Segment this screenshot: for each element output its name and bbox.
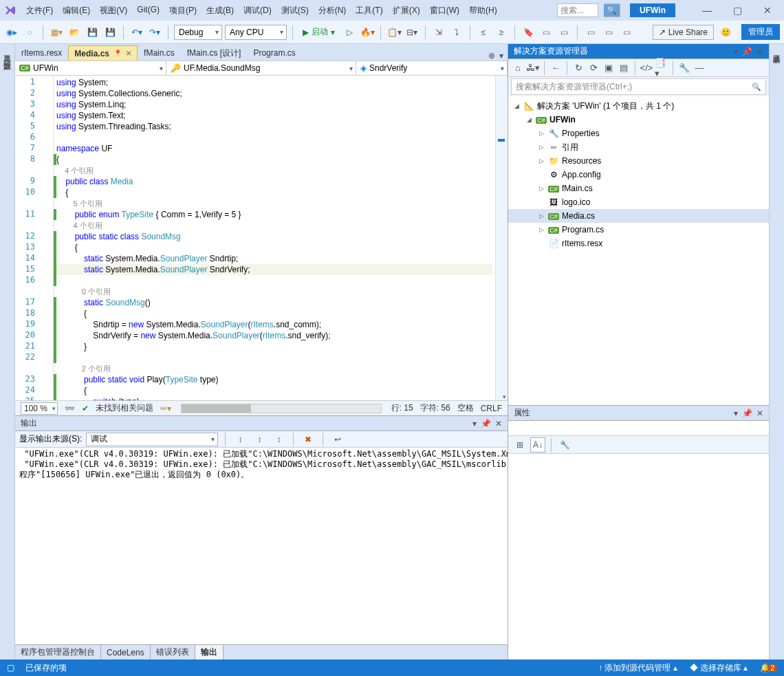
menu-item[interactable]: 工具(T) bbox=[351, 2, 386, 19]
tree-item[interactable]: ⚙App.config bbox=[508, 168, 769, 182]
solution-search-input[interactable]: 搜索解决方案资源管理器(Ctrl+;) bbox=[511, 78, 766, 95]
bottom-tab[interactable]: 错误列表 bbox=[151, 645, 195, 659]
pin-icon[interactable]: 📍 bbox=[113, 50, 122, 57]
refresh-icon[interactable]: ⟳ bbox=[587, 61, 600, 75]
tab-overflow-icon[interactable]: ⊕ bbox=[488, 51, 495, 61]
eol-indicator[interactable]: CRLF bbox=[481, 404, 502, 413]
config-combo[interactable]: Debug bbox=[174, 25, 222, 40]
properties-grid[interactable] bbox=[508, 454, 769, 659]
menu-item[interactable]: 扩展(X) bbox=[389, 2, 424, 19]
wrap-icon[interactable]: ↩ bbox=[330, 432, 345, 447]
pin-icon[interactable]: 📌 bbox=[742, 408, 752, 418]
output-source-combo[interactable]: 调试 bbox=[86, 433, 218, 446]
menu-item[interactable]: 调试(D) bbox=[239, 2, 276, 19]
search-input[interactable]: 搜索... bbox=[557, 3, 598, 17]
menu-item[interactable]: 编辑(E) bbox=[58, 2, 94, 19]
menu-item[interactable]: 项目(P) bbox=[165, 2, 201, 19]
pin-icon[interactable]: 📌 bbox=[481, 419, 491, 428]
line-indicator[interactable]: 行: 15 bbox=[391, 402, 413, 414]
live-share-button[interactable]: ↗ Live Share bbox=[653, 25, 714, 40]
output-btn-2[interactable]: ↕ bbox=[252, 432, 267, 447]
wrench-icon[interactable]: 🔧 bbox=[557, 437, 572, 453]
toolbar-btn-a[interactable]: ▭ bbox=[583, 25, 598, 40]
platform-combo[interactable]: Any CPU bbox=[225, 25, 287, 40]
wrench-icon[interactable]: 🔧 bbox=[677, 61, 691, 75]
document-tab[interactable]: Media.cs 📍✕ bbox=[68, 45, 138, 61]
nav-back-icon[interactable]: ← bbox=[549, 61, 563, 75]
props-icon[interactable]: 📑▾ bbox=[655, 61, 668, 75]
sync-icon[interactable]: ↻ bbox=[571, 61, 585, 75]
solution-explorer-title[interactable]: 解决方案资源管理器 ▾📌✕ bbox=[508, 44, 769, 59]
process-combo[interactable]: 📋▾ bbox=[386, 25, 402, 40]
tree-item[interactable]: ◢C#UFWin bbox=[508, 113, 769, 127]
tree-item[interactable]: ▷📁Resources bbox=[508, 154, 769, 168]
tree-item[interactable]: 🖼logo.ico bbox=[508, 195, 769, 209]
nav-member-combo[interactable]: ◈SndrVerify bbox=[356, 61, 508, 75]
tree-item[interactable]: ▷🔧Properties bbox=[508, 127, 769, 140]
maximize-button[interactable]: ▢ bbox=[725, 5, 750, 16]
save-all-button[interactable]: 💾 bbox=[102, 25, 118, 40]
panel-dropdown-icon[interactable]: ▾ bbox=[734, 408, 738, 418]
output-btn-1[interactable]: ↕ bbox=[232, 432, 248, 447]
home-icon[interactable]: ⌂ bbox=[511, 61, 525, 75]
bottom-tab[interactable]: 输出 bbox=[195, 645, 224, 659]
more-icon[interactable]: — bbox=[693, 61, 706, 75]
indent-indicator[interactable]: 空格 bbox=[457, 402, 474, 414]
forward-button[interactable]: ○ bbox=[22, 25, 37, 40]
tree-item[interactable]: ▷▫▫引用 bbox=[508, 140, 769, 154]
feedback-icon[interactable]: 🙂 bbox=[718, 25, 733, 40]
step-over-icon[interactable]: ⤵ bbox=[449, 25, 464, 40]
back-button[interactable]: ◉▸ bbox=[4, 25, 19, 40]
notifications-button[interactable]: 🔔2 bbox=[760, 663, 777, 673]
switch-view-icon[interactable]: 🖧▾ bbox=[526, 61, 540, 75]
redo-button[interactable]: ↷▾ bbox=[147, 25, 162, 40]
tab-dropdown-icon[interactable]: ▾ bbox=[499, 51, 503, 61]
minimize-button[interactable]: — bbox=[695, 5, 719, 16]
tree-item[interactable]: ▷C#Media.cs bbox=[508, 209, 769, 223]
collapse-icon[interactable]: ▣ bbox=[602, 61, 616, 75]
indent-less-icon[interactable]: ≤ bbox=[476, 25, 491, 40]
editor-hscroll[interactable] bbox=[181, 404, 382, 413]
search-button[interactable]: 🔍 bbox=[604, 3, 620, 17]
toolbar-btn-1[interactable]: ⊟▾ bbox=[404, 25, 420, 40]
tree-item[interactable]: ▷C#fMain.cs bbox=[508, 182, 769, 195]
new-item-button[interactable]: ▦▾ bbox=[49, 25, 64, 40]
col-indicator[interactable]: 字符: 56 bbox=[420, 402, 450, 414]
tree-item[interactable]: ◢📐解决方案 'UFWin' (1 个项目，共 1 个) bbox=[508, 99, 769, 113]
properties-panel-title[interactable]: 属性 ▾📌✕ bbox=[508, 406, 769, 421]
close-button[interactable]: ✕ bbox=[755, 5, 780, 16]
zoom-combo[interactable]: 100 % bbox=[21, 402, 58, 415]
step-into-icon[interactable]: ⇲ bbox=[431, 25, 446, 40]
tree-item[interactable]: ▷C#Program.cs bbox=[508, 223, 769, 237]
output-btn-3[interactable]: ↕ bbox=[271, 432, 286, 447]
bottom-tab[interactable]: CodeLens bbox=[101, 645, 151, 659]
repo-button[interactable]: ◆ 选择存储库 ▴ bbox=[690, 662, 748, 674]
menu-item[interactable]: 测试(S) bbox=[277, 2, 313, 19]
panel-dropdown-icon[interactable]: ▾ bbox=[472, 419, 477, 428]
start-nodebug-button[interactable]: ▷ bbox=[342, 25, 357, 40]
pin-icon[interactable]: 📌 bbox=[742, 47, 752, 56]
document-tab[interactable]: Program.cs bbox=[247, 45, 301, 61]
menu-item[interactable]: 帮助(H) bbox=[465, 2, 501, 19]
document-tab[interactable]: fMain.cs [设计] bbox=[181, 45, 248, 61]
panel-dropdown-icon[interactable]: ▾ bbox=[734, 47, 738, 56]
save-button[interactable]: 💾 bbox=[85, 25, 100, 40]
indent-more-icon[interactable]: ≥ bbox=[494, 25, 509, 40]
document-tab[interactable]: rItems.resx bbox=[15, 45, 68, 61]
menu-item[interactable]: Git(G) bbox=[133, 2, 164, 19]
panel-close-icon[interactable]: ✕ bbox=[495, 419, 502, 428]
undo-button[interactable]: ↶▾ bbox=[129, 25, 144, 40]
output-panel-title[interactable]: 输出 ▾📌✕ bbox=[15, 416, 508, 431]
document-tab[interactable]: fMain.cs bbox=[138, 45, 181, 61]
comment-icon[interactable]: ▭ bbox=[538, 25, 554, 40]
categorize-icon[interactable]: ⊞ bbox=[512, 437, 527, 453]
bookmark-icon[interactable]: 🔖 bbox=[521, 25, 536, 40]
nav-scope-combo[interactable]: C#UFWin bbox=[15, 61, 166, 75]
code-icon[interactable]: </> bbox=[640, 61, 653, 75]
toolbar-btn-b[interactable]: ▭ bbox=[601, 25, 616, 40]
menu-item[interactable]: 文件(F) bbox=[22, 2, 57, 19]
output-text[interactable]: "UFWin.exe"(CLR v4.0.30319: UFWin.exe): … bbox=[15, 448, 508, 644]
clear-output-icon[interactable]: ✖ bbox=[301, 432, 316, 447]
toolbar-btn-c[interactable]: ▭ bbox=[619, 25, 634, 40]
alpha-sort-icon[interactable]: A↓ bbox=[530, 437, 545, 453]
